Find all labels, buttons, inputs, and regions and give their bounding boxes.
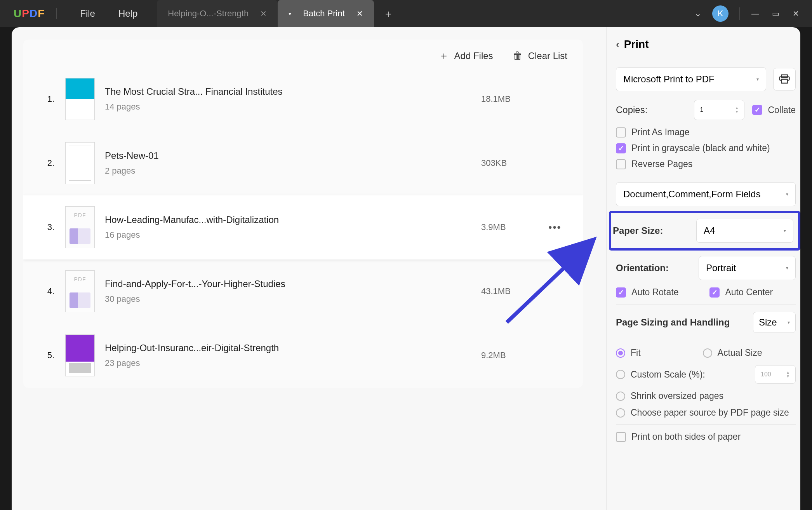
print-panel: ‹ Print Microsoft Print to PDF ▾ Copies:… bbox=[606, 27, 800, 510]
orientation-value: Portrait bbox=[706, 263, 736, 273]
more-icon[interactable]: ••• bbox=[539, 221, 570, 233]
grayscale-checkbox[interactable] bbox=[616, 143, 626, 153]
file-size: 303KB bbox=[481, 158, 539, 168]
page-count: 16 pages bbox=[105, 230, 481, 240]
collate-checkbox[interactable] bbox=[752, 105, 762, 115]
fit-radio[interactable] bbox=[616, 348, 625, 358]
divider bbox=[616, 305, 796, 305]
orientation-row: Orientation: Portrait ▾ bbox=[616, 256, 796, 280]
custom-scale-input[interactable]: 100 ▲▼ bbox=[755, 365, 796, 384]
print-as-image-label: Print As Image bbox=[631, 127, 690, 138]
fit-label: Fit bbox=[631, 348, 641, 358]
fit-actual-row: Fit Actual Size bbox=[616, 348, 796, 358]
file-size: 18.1MB bbox=[481, 94, 539, 104]
copies-input[interactable]: 1 ▲▼ bbox=[694, 100, 744, 120]
custom-scale-row: Custom Scale (%): 100 ▲▼ bbox=[616, 365, 796, 384]
actual-size-label: Actual Size bbox=[718, 348, 762, 358]
tabs: Helping-O...-Strength ✕ ▾ Batch Print ✕ … bbox=[157, 0, 402, 27]
sizing-mode-value: Size bbox=[759, 317, 777, 328]
print-button[interactable] bbox=[773, 68, 796, 91]
printer-icon bbox=[779, 73, 790, 85]
auto-rotate-checkbox[interactable] bbox=[616, 287, 626, 298]
add-files-button[interactable]: ＋ Add Files bbox=[439, 49, 493, 63]
main-area: ＋ Add Files 🗑 Clear List 1. The Most Cru… bbox=[12, 27, 800, 510]
paper-source-radio[interactable] bbox=[616, 408, 625, 418]
tab-inactive[interactable]: Helping-O...-Strength ✕ bbox=[157, 0, 278, 27]
titlebar: UPDF File Help Helping-O...-Strength ✕ ▾… bbox=[0, 0, 812, 27]
file-thumbnail bbox=[65, 206, 95, 248]
panel-header: ‹ Print bbox=[616, 38, 796, 50]
divider bbox=[616, 60, 796, 60]
table-row[interactable]: 1. The Most Crucial Stra... Financial In… bbox=[23, 67, 583, 131]
content-type-select[interactable]: Document,Comment,Form Fields ▾ bbox=[616, 182, 796, 206]
actual-size-radio[interactable] bbox=[703, 348, 712, 358]
row-number: 4. bbox=[36, 286, 54, 296]
row-number: 5. bbox=[36, 350, 54, 360]
row-info: How-Leading-Manufac...with-Digitalizatio… bbox=[105, 214, 481, 240]
file-title: The Most Crucial Stra... Financial Insti… bbox=[105, 86, 481, 97]
collate-label: Collate bbox=[768, 105, 796, 115]
file-thumbnail bbox=[65, 270, 95, 312]
tab-active[interactable]: ▾ Batch Print ✕ bbox=[278, 0, 374, 27]
file-thumbnail bbox=[65, 78, 95, 120]
printer-select[interactable]: Microsoft Print to PDF ▾ bbox=[616, 67, 766, 91]
table-row[interactable]: 4. Find-and-Apply-For-t...-Your-Higher-S… bbox=[23, 259, 583, 324]
file-title: Helping-Out-Insuranc...eir-Digital-Stren… bbox=[105, 343, 481, 353]
back-icon[interactable]: ‹ bbox=[616, 38, 619, 50]
file-list-card: ＋ Add Files 🗑 Clear List 1. The Most Cru… bbox=[23, 40, 583, 388]
minimize-icon[interactable]: — bbox=[751, 9, 760, 18]
close-icon[interactable]: ✕ bbox=[791, 9, 800, 18]
close-icon[interactable]: ✕ bbox=[356, 9, 363, 18]
row-info: Helping-Out-Insuranc...eir-Digital-Stren… bbox=[105, 343, 481, 368]
chevron-down-icon: ▾ bbox=[788, 320, 790, 325]
shrink-radio[interactable] bbox=[616, 392, 625, 401]
chevron-down-icon: ▾ bbox=[786, 265, 788, 271]
shrink-label: Shrink oversized pages bbox=[631, 391, 723, 401]
maximize-icon[interactable]: ▭ bbox=[771, 9, 780, 18]
clear-list-button[interactable]: 🗑 Clear List bbox=[513, 50, 567, 62]
divider bbox=[56, 8, 57, 19]
file-title: Find-and-Apply-For-t...-Your-Higher-Stud… bbox=[105, 278, 481, 289]
file-menu[interactable]: File bbox=[68, 8, 107, 19]
file-thumbnail bbox=[65, 334, 95, 376]
custom-scale-value: 100 bbox=[761, 371, 771, 378]
file-list-panel: ＋ Add Files 🗑 Clear List 1. The Most Cru… bbox=[12, 27, 606, 510]
sizing-mode-select[interactable]: Size ▾ bbox=[753, 312, 796, 333]
both-sides-checkbox[interactable] bbox=[616, 432, 626, 442]
table-row[interactable]: 5. Helping-Out-Insuranc...eir-Digital-St… bbox=[23, 324, 583, 388]
row-number: 2. bbox=[36, 158, 54, 168]
custom-scale-radio[interactable] bbox=[616, 370, 625, 379]
print-as-image-checkbox[interactable] bbox=[616, 127, 626, 138]
auto-center-checkbox[interactable] bbox=[709, 287, 720, 298]
close-icon[interactable]: ✕ bbox=[260, 9, 267, 18]
chevron-down-icon[interactable]: ⌄ bbox=[694, 9, 701, 19]
trash-icon: 🗑 bbox=[513, 50, 523, 62]
panel-title: Print bbox=[624, 38, 649, 50]
svg-rect-1 bbox=[782, 79, 788, 83]
auto-rotate-label: Auto Rotate bbox=[631, 287, 678, 298]
row-info: Pets-New-01 2 pages bbox=[105, 150, 481, 176]
paper-size-select[interactable]: A4 ▾ bbox=[696, 219, 793, 243]
table-row[interactable]: 2. Pets-New-01 2 pages 303KB bbox=[23, 131, 583, 195]
tab-label: Helping-O...-Strength bbox=[168, 9, 249, 19]
file-size: 43.1MB bbox=[481, 286, 539, 296]
clear-list-label: Clear List bbox=[528, 50, 567, 61]
table-row[interactable]: 3. How-Leading-Manufac...with-Digitaliza… bbox=[23, 195, 583, 259]
page-count: 23 pages bbox=[105, 358, 481, 368]
orientation-label: Orientation: bbox=[616, 263, 669, 273]
add-files-label: Add Files bbox=[454, 50, 493, 61]
chevron-down-icon[interactable]: ▾ bbox=[289, 10, 291, 17]
divider bbox=[616, 424, 796, 425]
chevron-down-icon: ▾ bbox=[784, 228, 786, 233]
new-tab-button[interactable]: ＋ bbox=[374, 0, 403, 27]
spinner-icon[interactable]: ▲▼ bbox=[735, 106, 739, 114]
row-number: 1. bbox=[36, 94, 54, 104]
help-menu[interactable]: Help bbox=[107, 8, 149, 19]
spinner-icon[interactable]: ▲▼ bbox=[786, 371, 790, 378]
titlebar-right: ⌄ K — ▭ ✕ bbox=[694, 5, 812, 22]
copies-row: Copies: 1 ▲▼ Collate bbox=[616, 100, 796, 120]
orientation-select[interactable]: Portrait ▾ bbox=[699, 256, 796, 280]
divider bbox=[616, 175, 796, 175]
reverse-checkbox[interactable] bbox=[616, 159, 626, 169]
avatar[interactable]: K bbox=[712, 5, 729, 22]
